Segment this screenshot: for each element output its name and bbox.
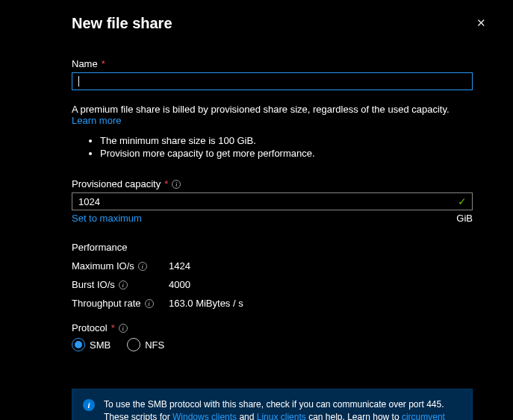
- check-icon: ✓: [458, 195, 467, 207]
- capacity-input-wrap: ✓: [72, 192, 473, 210]
- info-icon[interactable]: i: [119, 324, 128, 333]
- perf-row-burst-io: Burst IO/s i 4000: [72, 279, 473, 290]
- learn-more-link[interactable]: Learn more: [72, 115, 121, 126]
- panel-header: New file share ✕: [19, 13, 494, 33]
- bullet-item: Provision more capacity to get more perf…: [100, 148, 473, 159]
- radio-label: SMB: [90, 339, 111, 351]
- panel-title: New file share: [72, 15, 172, 32]
- radio-label: NFS: [145, 339, 164, 351]
- info-badge-icon: i: [83, 399, 95, 411]
- new-file-share-panel: New file share ✕ Name * A premium file s…: [0, 0, 513, 420]
- capacity-footer: Set to maximum GiB: [72, 213, 473, 224]
- protocol-radio-group: SMB NFS: [72, 338, 473, 351]
- perf-value: 1424: [169, 260, 190, 272]
- required-asterisk: *: [102, 58, 105, 69]
- info-box-text: To use the SMB protocol with this share,…: [104, 398, 461, 420]
- billing-text: A premium file share is billed by provis…: [72, 104, 450, 115]
- capacity-input[interactable]: [72, 192, 473, 210]
- set-to-maximum-link[interactable]: Set to maximum: [72, 213, 142, 224]
- performance-heading: Performance: [72, 242, 473, 253]
- close-icon[interactable]: ✕: [473, 13, 489, 33]
- info-icon[interactable]: i: [145, 299, 154, 308]
- capacity-unit: GiB: [456, 213, 473, 224]
- required-asterisk: *: [111, 322, 115, 333]
- perf-label: Maximum IO/s i: [72, 260, 169, 272]
- capacity-label-row: Provisioned capacity * i: [72, 178, 473, 189]
- perf-value: 163.0 MiBytes / s: [169, 298, 243, 309]
- protocol-radio-nfs[interactable]: NFS: [127, 338, 164, 351]
- helper-bullets: The minimum share size is 100 GiB. Provi…: [72, 135, 473, 159]
- name-label: Name *: [72, 58, 473, 69]
- linux-clients-link[interactable]: Linux clients: [257, 412, 306, 420]
- protocol-label-row: Protocol * i: [72, 322, 473, 333]
- info-box: i To use the SMB protocol with this shar…: [72, 389, 473, 420]
- capacity-label: Provisioned capacity: [72, 178, 161, 189]
- perf-label: Burst IO/s i: [72, 279, 169, 290]
- billing-helper: A premium file share is billed by provis…: [72, 104, 473, 126]
- protocol-label: Protocol: [72, 322, 108, 333]
- perf-label: Throughput rate i: [72, 298, 169, 309]
- info-icon[interactable]: i: [119, 280, 128, 289]
- info-icon[interactable]: i: [138, 262, 147, 271]
- perf-value: 4000: [169, 279, 190, 290]
- bullet-item: The minimum share size is 100 GiB.: [100, 135, 473, 146]
- info-icon[interactable]: i: [172, 180, 181, 189]
- name-input[interactable]: [72, 72, 473, 90]
- protocol-section: Protocol * i SMB NFS: [72, 322, 473, 351]
- text-caret: [78, 76, 79, 87]
- protocol-radio-smb[interactable]: SMB: [72, 338, 111, 351]
- windows-clients-link[interactable]: Windows clients: [172, 412, 237, 420]
- performance-section: Performance Maximum IO/s i 1424 Burst IO…: [72, 242, 473, 309]
- required-asterisk: *: [164, 178, 168, 189]
- radio-icon-unselected: [127, 338, 140, 351]
- form-body: Name * A premium file share is billed by…: [19, 58, 494, 420]
- radio-icon-selected: [72, 338, 85, 351]
- perf-row-throughput: Throughput rate i 163.0 MiBytes / s: [72, 298, 473, 309]
- perf-row-max-io: Maximum IO/s i 1424: [72, 260, 473, 272]
